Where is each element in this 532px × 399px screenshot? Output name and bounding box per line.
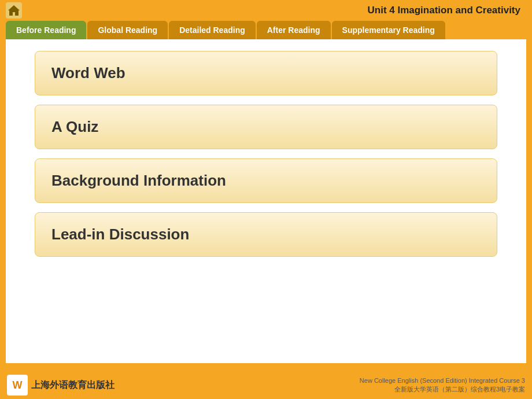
logo-icon: W — [7, 375, 28, 396]
tab-global-reading[interactable]: Global Reading — [87, 21, 168, 39]
menu-item-word-web-label: Word Web — [51, 64, 125, 82]
footer-logo: W 上海外语教育出版社 — [7, 375, 114, 396]
tab-detailed-reading[interactable]: Detailed Reading — [169, 21, 256, 39]
menu-item-lead-in-discussion-label: Lead-in Discussion — [51, 226, 189, 243]
footer-right-line1: New College English (Second Edition) Int… — [360, 376, 525, 385]
home-icon[interactable] — [6, 2, 22, 19]
menu-item-background-information-label: Background Information — [51, 172, 226, 189]
main-content: Word Web A Quiz Background Information L… — [6, 39, 526, 363]
menu-item-a-quiz-label: A Quiz — [51, 118, 98, 135]
footer-right-line2: 全新版大学英语（第二版）综合教程3电子教案 — [360, 385, 525, 394]
tab-supplementary-reading[interactable]: Supplementary Reading — [332, 21, 445, 39]
tab-before-reading[interactable]: Before Reading — [6, 21, 86, 39]
tab-after-reading[interactable]: After Reading — [257, 21, 331, 39]
menu-item-a-quiz[interactable]: A Quiz — [35, 105, 497, 149]
menu-item-lead-in-discussion[interactable]: Lead-in Discussion — [35, 212, 497, 257]
unit-title: Unit 4 Imagination and Creativity — [368, 5, 527, 16]
top-bar: Unit 4 Imagination and Creativity — [0, 0, 532, 21]
nav-tabs: Before Reading Global Reading Detailed R… — [0, 21, 532, 39]
menu-item-background-information[interactable]: Background Information — [35, 158, 497, 203]
footer: W 上海外语教育出版社 New College English (Second … — [0, 371, 532, 399]
footer-right-text: New College English (Second Edition) Int… — [360, 376, 525, 394]
logo-text: 上海外语教育出版社 — [31, 379, 114, 391]
menu-item-word-web[interactable]: Word Web — [35, 51, 497, 95]
